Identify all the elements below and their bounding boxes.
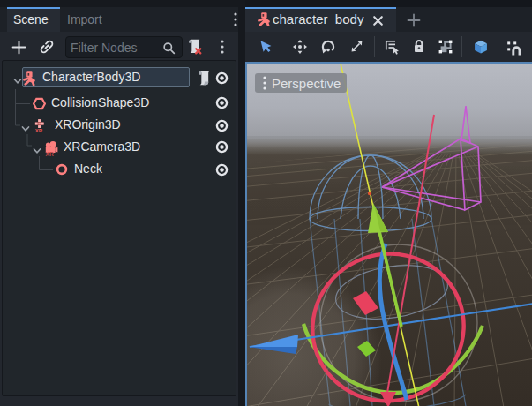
svg-text:XR: XR xyxy=(35,127,43,132)
svg-text:XR: XR xyxy=(46,151,54,156)
